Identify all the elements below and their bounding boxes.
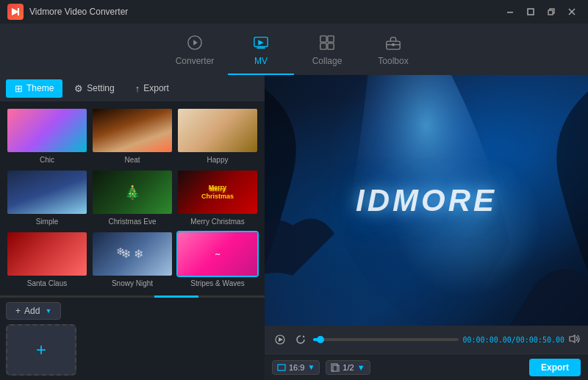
svg-rect-23 — [278, 365, 285, 370]
ratio-value: 16:9 — [289, 363, 304, 372]
ratio-selector[interactable]: 16:9 ▼ — [272, 360, 320, 375]
theme-label-santa: Santa Claus — [27, 279, 67, 287]
bottom-controls: 16:9 ▼ 1/2 ▼ Export — [265, 354, 588, 380]
svg-marker-9 — [193, 40, 198, 45]
titlebar-left: Vidmore Video Converter — [7, 4, 128, 20]
video-preview: IDMORE — [265, 75, 588, 326]
progress-bar[interactable] — [313, 338, 459, 341]
theme-label-snowy: Snowy Night — [112, 279, 153, 287]
theme-icon: ⊞ — [15, 83, 23, 94]
converter-icon — [187, 35, 203, 53]
theme-thumb-santa — [6, 231, 88, 277]
page-value: 1/2 — [343, 363, 354, 372]
tab-export[interactable]: ↑ Export — [126, 79, 178, 98]
video-background: IDMORE — [265, 75, 588, 326]
page-dropdown-icon: ▼ — [357, 363, 365, 372]
tab-setting[interactable]: ⚙ Setting — [65, 79, 123, 98]
svg-rect-3 — [528, 9, 534, 15]
nav-collage-label: Collage — [312, 56, 343, 66]
navbar: Converter MV Collage — [0, 24, 588, 75]
tab-theme[interactable]: ⊞ Theme — [6, 79, 62, 98]
theme-label-neat: Neat — [124, 156, 140, 164]
add-area: + Add ▼ + — [0, 298, 265, 380]
progress-dot — [317, 336, 324, 343]
close-button[interactable] — [563, 5, 581, 18]
svg-marker-21 — [303, 335, 305, 337]
theme-item-simple[interactable]: Simple — [6, 169, 88, 228]
video-controls: 00:00:00.00/00:00:50.00 — [265, 326, 588, 354]
video-glow — [394, 150, 541, 297]
theme-thumb-christmas-eve — [91, 169, 173, 215]
titlebar: Vidmore Video Converter — [0, 0, 588, 24]
svg-rect-5 — [548, 10, 553, 15]
add-placeholder[interactable]: + — [6, 324, 76, 376]
maximize-button[interactable] — [522, 5, 539, 18]
nav-mv-label: MV — [254, 56, 268, 66]
theme-item-happy[interactable]: Happy — [176, 107, 259, 166]
panel-tabs: ⊞ Theme ⚙ Setting ↑ Export — [0, 75, 265, 101]
theme-preview-snowy: ❄ ❄ — [93, 232, 172, 276]
svg-marker-22 — [570, 335, 575, 343]
export-tab-icon: ↑ — [135, 83, 140, 94]
restore-button[interactable] — [542, 5, 560, 18]
tab-export-label: Export — [143, 83, 169, 93]
plus-icon: + — [36, 340, 46, 360]
theme-preview-christmas-eve — [93, 171, 172, 214]
app-title: Vidmore Video Converter — [29, 7, 128, 17]
tab-setting-label: Setting — [87, 83, 114, 93]
scroll-bar — [154, 295, 198, 298]
nav-item-mv[interactable]: MV — [228, 31, 294, 75]
theme-item-stripes[interactable]: ～ Stripes & Waves — [176, 231, 259, 290]
theme-preview-simple — [7, 171, 87, 214]
mv-icon — [253, 35, 269, 53]
svg-rect-1 — [18, 8, 19, 15]
theme-label-simple: Simple — [36, 218, 59, 226]
svg-rect-2 — [507, 12, 513, 13]
nav-item-toolbox[interactable]: Toolbox — [360, 31, 426, 75]
volume-button[interactable] — [569, 334, 581, 346]
nav-item-collage[interactable]: Collage — [294, 31, 360, 75]
theme-item-christmas-eve[interactable]: Christmas Eve — [91, 169, 173, 228]
tab-theme-label: Theme — [26, 83, 54, 93]
theme-item-snowy[interactable]: ❄ ❄ Snowy Night — [91, 231, 173, 290]
theme-label-christmas-eve: Christmas Eve — [108, 218, 156, 226]
replay-button[interactable] — [293, 331, 309, 348]
export-button[interactable]: Export — [529, 359, 581, 376]
svg-rect-15 — [328, 43, 334, 49]
toolbox-icon — [385, 35, 401, 53]
theme-preview-chic — [7, 109, 87, 152]
theme-thumb-neat — [91, 107, 173, 154]
theme-label-chic: Chic — [40, 156, 54, 164]
theme-label-merry-christmas: Merry Christmas — [190, 218, 244, 226]
svg-rect-18 — [392, 43, 395, 46]
app-logo — [7, 4, 24, 20]
svg-rect-14 — [320, 43, 326, 49]
theme-label-stripes: Stripes & Waves — [190, 279, 245, 287]
nav-toolbox-label: Toolbox — [378, 56, 408, 66]
theme-thumb-stripes: ～ — [176, 231, 259, 277]
titlebar-controls — [501, 5, 581, 18]
minimize-button[interactable] — [501, 5, 519, 18]
theme-thumb-merry-christmas: MerryChristmas — [176, 169, 259, 215]
nav-item-converter[interactable]: Converter — [162, 31, 228, 75]
add-button[interactable]: + Add ▼ — [6, 302, 61, 320]
main-content: ⊞ Theme ⚙ Setting ↑ Export Chic — [0, 75, 588, 380]
theme-item-neat[interactable]: Neat — [91, 107, 173, 166]
theme-thumb-happy — [176, 107, 259, 154]
scroll-indicator — [0, 295, 265, 298]
theme-item-merry-christmas[interactable]: MerryChristmas Merry Christmas — [176, 169, 259, 228]
add-label: Add — [24, 306, 40, 316]
theme-item-santa[interactable]: Santa Claus — [6, 231, 88, 290]
ratio-dropdown-icon: ▼ — [307, 363, 315, 371]
play-button[interactable] — [272, 331, 288, 348]
page-selector[interactable]: 1/2 ▼ — [326, 360, 370, 375]
theme-preview-santa — [7, 232, 87, 276]
theme-thumb-chic — [6, 107, 88, 154]
theme-item-chic[interactable]: Chic — [6, 107, 88, 166]
theme-preview-neat — [93, 109, 172, 152]
theme-preview-stripes: ～ — [178, 232, 257, 276]
svg-rect-13 — [328, 35, 334, 41]
right-panel: IDMORE 00:00:00.00/00:00:50.00 — [265, 75, 588, 380]
collage-icon — [319, 35, 335, 53]
video-watermark: IDMORE — [356, 183, 497, 218]
